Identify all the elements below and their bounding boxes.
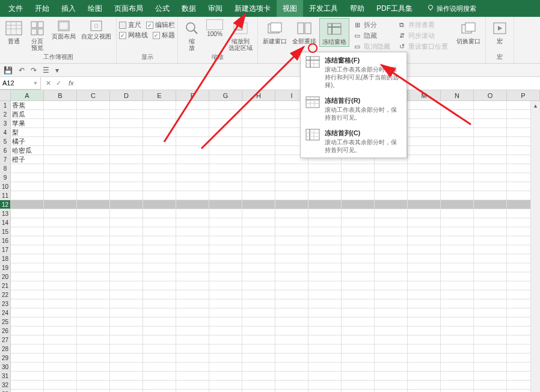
qat-save[interactable]: 💾 xyxy=(4,66,13,75)
cell[interactable] xyxy=(375,345,408,354)
cell[interactable] xyxy=(275,173,308,182)
cell[interactable] xyxy=(308,335,342,345)
col-header[interactable]: O xyxy=(474,90,507,101)
cell[interactable] xyxy=(44,335,77,345)
cell[interactable] xyxy=(242,146,275,155)
cell[interactable] xyxy=(11,372,44,381)
cell[interactable] xyxy=(375,245,408,254)
cell[interactable] xyxy=(110,146,143,155)
cell[interactable] xyxy=(11,254,44,263)
cell[interactable] xyxy=(342,254,375,263)
check-ruler[interactable]: 直尺 xyxy=(119,20,141,29)
row-header[interactable]: 17 xyxy=(0,245,11,254)
cell[interactable] xyxy=(342,290,375,299)
cell[interactable] xyxy=(143,155,176,164)
cell[interactable] xyxy=(176,164,209,173)
cell[interactable] xyxy=(110,164,143,173)
row-header[interactable]: 19 xyxy=(0,263,11,272)
cell[interactable] xyxy=(44,119,77,128)
cell[interactable] xyxy=(474,182,507,191)
cell[interactable] xyxy=(408,354,441,363)
cell[interactable] xyxy=(242,245,275,254)
btn-page-layout-view[interactable]: 页面布局 xyxy=(49,18,78,52)
cell[interactable] xyxy=(242,308,275,317)
cell[interactable] xyxy=(44,317,77,326)
cell[interactable] xyxy=(143,146,176,155)
cell[interactable] xyxy=(342,281,375,290)
cell[interactable] xyxy=(342,200,375,209)
btn-freeze-panes[interactable]: 冻结窗格 xyxy=(319,18,349,47)
cell[interactable] xyxy=(441,110,474,119)
cell[interactable] xyxy=(275,200,308,209)
cell[interactable] xyxy=(11,354,44,363)
cell[interactable] xyxy=(110,299,143,308)
cell[interactable] xyxy=(408,345,441,354)
cell[interactable] xyxy=(275,245,308,254)
cell[interactable] xyxy=(375,317,408,326)
cell[interactable] xyxy=(110,317,143,326)
cell[interactable] xyxy=(176,227,209,236)
enter-icon[interactable]: ✓ xyxy=(56,79,61,87)
cell[interactable] xyxy=(441,390,474,392)
cell[interactable] xyxy=(441,317,474,326)
cell[interactable] xyxy=(441,254,474,263)
menu-data[interactable]: 数据 xyxy=(176,0,202,17)
cell[interactable] xyxy=(44,308,77,317)
cell[interactable] xyxy=(242,200,275,209)
qat-undo[interactable]: ↶ xyxy=(19,66,25,75)
cell[interactable]: 橙子 xyxy=(11,155,44,164)
cell[interactable] xyxy=(242,137,275,146)
cell[interactable] xyxy=(176,299,209,308)
cell[interactable] xyxy=(110,137,143,146)
cell[interactable] xyxy=(11,317,44,326)
cell[interactable] xyxy=(110,227,143,236)
cell[interactable] xyxy=(176,317,209,326)
cell[interactable] xyxy=(408,137,441,146)
cell[interactable]: 梨 xyxy=(11,128,44,137)
cell[interactable] xyxy=(441,146,474,155)
cell[interactable] xyxy=(143,218,176,227)
cell[interactable] xyxy=(11,390,44,392)
cell[interactable] xyxy=(176,173,209,182)
row-header[interactable]: 26 xyxy=(0,326,11,335)
cell[interactable] xyxy=(143,164,176,173)
row-header[interactable]: 23 xyxy=(0,299,11,308)
cell[interactable] xyxy=(176,200,209,209)
cell[interactable] xyxy=(375,372,408,381)
cell[interactable] xyxy=(11,245,44,254)
col-header[interactable]: N xyxy=(441,90,474,101)
cell[interactable] xyxy=(11,335,44,345)
cell[interactable] xyxy=(474,263,507,272)
cell[interactable] xyxy=(375,335,408,345)
cell[interactable] xyxy=(77,182,110,191)
cell[interactable] xyxy=(44,101,77,110)
cell[interactable] xyxy=(209,290,242,299)
cell[interactable] xyxy=(408,372,441,381)
cell[interactable] xyxy=(308,290,342,299)
cell[interactable] xyxy=(441,263,474,272)
menu-formulas[interactable]: 公式 xyxy=(149,0,176,17)
btn-custom-view[interactable]: 自定义视图 xyxy=(79,18,114,52)
cell[interactable] xyxy=(308,227,342,236)
cell[interactable] xyxy=(11,227,44,236)
cell[interactable] xyxy=(342,335,375,345)
cell[interactable] xyxy=(308,345,342,354)
cell[interactable] xyxy=(408,290,441,299)
cell[interactable] xyxy=(77,137,110,146)
btn-zoom[interactable]: 缩 放 xyxy=(180,18,203,52)
cell[interactable] xyxy=(408,101,441,110)
cell[interactable] xyxy=(44,363,77,372)
cell[interactable] xyxy=(242,272,275,281)
cell[interactable] xyxy=(308,281,342,290)
cell[interactable] xyxy=(408,281,441,290)
cell[interactable] xyxy=(77,227,110,236)
cell[interactable] xyxy=(176,254,209,263)
row-header[interactable]: 21 xyxy=(0,281,11,290)
cell[interactable] xyxy=(242,390,275,392)
cell[interactable] xyxy=(143,110,176,119)
cell[interactable] xyxy=(110,173,143,182)
cell[interactable] xyxy=(275,191,308,200)
btn-zoom-100[interactable]: 100% xyxy=(204,18,226,52)
row-header[interactable]: 16 xyxy=(0,236,11,245)
cell[interactable] xyxy=(408,191,441,200)
